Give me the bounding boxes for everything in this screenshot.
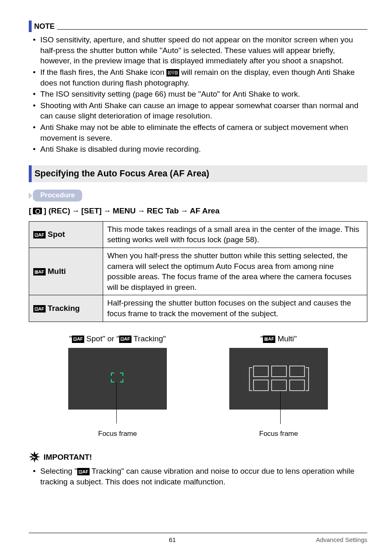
path-menu: MENU bbox=[113, 206, 136, 216]
tracking-af-icon: ⊡AF bbox=[33, 305, 46, 313]
preview-row: "⊡AF Spot" or "⊡AF Tracking" Focus frame… bbox=[41, 333, 355, 439]
table-mode-cell: ⊡AF Tracking bbox=[29, 295, 103, 322]
spot-af-icon: ⊡AF bbox=[72, 336, 84, 343]
table-mode-cell: ⊞AF Multi bbox=[29, 248, 103, 295]
grid-side-right bbox=[306, 367, 309, 391]
procedure-path: [] (REC) → [SET] → MENU → REC Tab → AF A… bbox=[29, 206, 367, 216]
important-pre: Selecting " bbox=[40, 467, 77, 475]
note-bullet-text: Shooting with Anti Shake can cause an im… bbox=[40, 100, 367, 121]
camera-icon bbox=[33, 208, 42, 214]
note-label: NOTE bbox=[34, 21, 55, 31]
table-row: ⊞AF Multi When you half-press the shutte… bbox=[29, 248, 367, 295]
preview-spot-tracking: "⊡AF Spot" or "⊡AF Tracking" Focus frame bbox=[41, 333, 194, 439]
focus-frame-caption: Focus frame bbox=[41, 429, 194, 439]
spot-af-icon: ⊡AF bbox=[33, 231, 46, 238]
procedure-row: Procedure bbox=[29, 190, 367, 201]
table-desc-cell: This mode takes readings of a small area… bbox=[103, 221, 367, 248]
note-accent-bar bbox=[29, 21, 32, 32]
preview-screen-right bbox=[229, 348, 328, 410]
path-rectab: REC Tab bbox=[147, 206, 179, 216]
pointer-line bbox=[280, 391, 281, 424]
section-heading: Specifying the Auto Focus Area (AF Area) bbox=[29, 165, 367, 182]
important-row: IMPORTANT! bbox=[29, 451, 367, 463]
quote: " bbox=[261, 334, 263, 343]
note-bullet: • If the flash fires, the Anti Shake ico… bbox=[33, 67, 367, 88]
note-bullet-text: Anti Shake may not be able to eliminate … bbox=[40, 122, 367, 143]
note-bullet-text: If the flash fires, the Anti Shake icon … bbox=[40, 67, 367, 88]
footer-rule bbox=[29, 533, 367, 533]
preview-screen-left bbox=[68, 348, 167, 410]
arrow-icon: → bbox=[72, 206, 80, 216]
table-row: ⊡AF Tracking Half-pressing the shutter b… bbox=[29, 295, 367, 322]
tracking-af-icon: ⊡AF bbox=[77, 468, 90, 475]
section-heading-text: Specifying the Auto Focus Area (AF Area) bbox=[35, 169, 209, 178]
page-footer: 61 Advanced Settings bbox=[0, 533, 392, 544]
label-multi: Multi" bbox=[275, 334, 297, 343]
note-bullet-list: •ISO sensitivity, aperture, and shutter … bbox=[29, 35, 367, 155]
note-bullet: •Anti Shake is disabled during movie rec… bbox=[33, 144, 367, 155]
table-mode-name: Multi bbox=[48, 267, 66, 276]
note-bullet: •Shooting with Anti Shake can cause an i… bbox=[33, 100, 367, 121]
table-mode-name: Tracking bbox=[48, 304, 80, 313]
procedure-arrow-icon bbox=[29, 192, 32, 199]
focus-frame-caption: Focus frame bbox=[202, 429, 355, 439]
burst-icon bbox=[29, 451, 40, 463]
table-mode-cell: ⊡AF Spot bbox=[29, 221, 103, 248]
note-bullet: •The ISO sensitivity setting (page 66) m… bbox=[33, 89, 367, 100]
preview-multi: "⊞AF Multi" Focus frame bbox=[202, 333, 355, 439]
preview-label-right: "⊞AF Multi" bbox=[202, 333, 355, 344]
table-mode-name: Spot bbox=[48, 230, 65, 238]
table-desc-cell: When you half-press the shutter button w… bbox=[103, 248, 367, 295]
preview-label-left: "⊡AF Spot" or "⊡AF Tracking" bbox=[41, 333, 194, 344]
tracking-af-icon: ⊡AF bbox=[119, 336, 131, 343]
path-bracket: [ bbox=[29, 206, 31, 216]
page-number: 61 bbox=[29, 536, 316, 544]
pointer-line bbox=[116, 382, 117, 424]
procedure-pill: Procedure bbox=[33, 190, 82, 201]
label-spot: Spot" or " bbox=[84, 334, 119, 343]
quote: " bbox=[69, 334, 72, 343]
important-label: IMPORTANT! bbox=[44, 452, 92, 463]
path-afarea: AF Area bbox=[190, 206, 219, 216]
grid-side-left bbox=[249, 367, 252, 391]
multi-af-icon: ⊞AF bbox=[263, 336, 275, 343]
af-area-table: ⊡AF Spot This mode takes readings of a s… bbox=[29, 221, 367, 322]
path-set: [SET] bbox=[81, 206, 102, 216]
important-bullet-list: • Selecting "⊡AF Tracking" can cause vib… bbox=[29, 466, 367, 487]
note-bullet-text: ISO sensitivity, aperture, and shutter s… bbox=[40, 35, 367, 66]
antishake-icon: ((☉)) bbox=[166, 69, 179, 76]
arrow-icon: → bbox=[103, 206, 111, 216]
important-text: Selecting "⊡AF Tracking" can cause vibra… bbox=[40, 466, 367, 487]
procedure-label: Procedure bbox=[40, 191, 75, 199]
focus-grid bbox=[253, 366, 305, 391]
arrow-icon: → bbox=[137, 206, 145, 216]
table-row: ⊡AF Spot This mode takes readings of a s… bbox=[29, 221, 367, 248]
important-bullet: • Selecting "⊡AF Tracking" can cause vib… bbox=[33, 466, 367, 487]
note-bullet: •Anti Shake may not be able to eliminate… bbox=[33, 122, 367, 143]
note-block: NOTE •ISO sensitivity, aperture, and shu… bbox=[29, 21, 367, 155]
arrow-icon: → bbox=[180, 206, 188, 216]
note-rule bbox=[57, 29, 367, 30]
label-tracking: Tracking" bbox=[131, 334, 166, 343]
note-bullet-text: The ISO sensitivity setting (page 66) mu… bbox=[40, 89, 300, 100]
footer-section: Advanced Settings bbox=[316, 536, 367, 544]
multi-af-icon: ⊞AF bbox=[33, 268, 46, 276]
note-bullet-text: Anti Shake is disabled during movie reco… bbox=[40, 144, 201, 155]
note-header: NOTE bbox=[29, 21, 367, 32]
footer-row: 61 Advanced Settings bbox=[29, 536, 367, 544]
path-rec: ] (REC) bbox=[44, 206, 70, 216]
focus-frame-corners bbox=[111, 373, 123, 382]
table-desc-cell: Half-pressing the shutter button focuses… bbox=[103, 295, 367, 322]
note-bullet: •ISO sensitivity, aperture, and shutter … bbox=[33, 35, 367, 66]
